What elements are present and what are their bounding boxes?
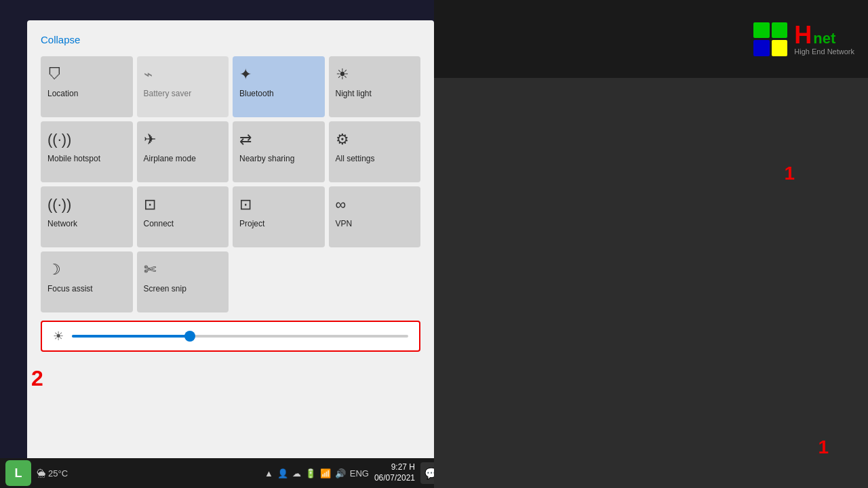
volume-icon[interactable]: 🔊 [335,468,346,479]
chevron-up-icon[interactable]: ▲ [264,468,273,479]
sq-yellow [772,40,788,56]
taskbar-time: 9:27 H 06/07/2021 [374,462,415,483]
location-icon: ⛉ [47,66,62,83]
tile-airplane-label: Airplane mode [144,154,196,163]
weather-temp: 25°C [48,468,68,479]
tile-location[interactable]: ⛉ Location [41,56,133,117]
tile-focus-assist-label: Focus assist [47,284,93,293]
collapse-button[interactable]: Collapse [41,34,420,45]
hnet-logo: H net High End Network [753,22,854,56]
sq-blue [753,40,770,56]
badge-2-left: 2 [31,366,43,391]
bluetooth-icon: ✦ [239,66,252,83]
hnet-subtitle: High End Network [794,47,854,56]
tile-night-light[interactable]: ☀ Night light [329,56,421,117]
tile-focus-assist[interactable]: ☽ Focus assist [41,251,133,312]
night-light-icon: ☀ [336,66,349,83]
tile-network-label: Network [47,219,77,228]
tile-connect-label: Connect [144,219,174,228]
project-icon: ⊡ [239,196,252,214]
cloud-icon: ☁ [292,468,301,479]
tile-nearby-sharing[interactable]: ⇄ Nearby sharing [233,121,325,182]
tile-battery-saver[interactable]: ⌁ Battery saver [137,56,229,117]
brightness-slider[interactable] [72,335,408,338]
badge-1-taskbar: 1 [818,436,829,458]
tile-screen-snip-label: Screen snip [144,284,186,293]
nearby-sharing-icon: ⇄ [239,131,252,148]
slider-thumb[interactable] [184,331,195,342]
focus-assist-icon: ☽ [47,261,61,279]
sq-green2 [772,22,788,39]
hnet-header: H net High End Network [434,0,868,78]
left-taskbar: L 🌦 25°C ▲ 👤 ☁ 🔋 📶 🔊 ENG 9:27 H 06/07/20… [0,458,448,488]
wifi-icon: 📶 [320,468,331,479]
tile-battery-label: Battery saver [144,89,192,98]
tile-vpn[interactable]: ∞ VPN [329,186,421,247]
lang-label: ENG [350,468,369,479]
time-display: 9:27 H [374,462,415,473]
screen-snip-icon: ✄ [144,261,156,279]
right-panel: H net High End Network Expand 2 ⬜ Tablet… [434,0,868,488]
hnet-text: H net High End Network [794,23,854,56]
brightness-icon: ☀ [53,329,64,344]
tile-project-label: Project [239,219,264,228]
tile-vpn-label: VPN [336,219,353,228]
brightness-row: ☀ [41,321,420,352]
sq-green [753,22,770,39]
tile-all-settings-label: All settings [336,154,375,163]
connect-icon: ⊡ [144,196,156,214]
tile-night-light-label: Night light [336,89,372,98]
hnet-net-text: net [813,30,835,47]
slider-fill [72,335,190,338]
tile-airplane-mode[interactable]: ✈ Airplane mode [137,121,229,182]
tile-screen-snip[interactable]: ✄ Screen snip [137,251,229,312]
all-settings-icon: ⚙ [336,131,349,148]
date-display: 06/07/2021 [374,473,415,484]
tile-mobile-hotspot[interactable]: ((·)) Mobile hotspot [41,121,133,182]
tile-connect[interactable]: ⊡ Connect [137,186,229,247]
tile-bluetooth[interactable]: ✦ Bluetooth [233,56,325,117]
tile-network[interactable]: ((·)) Network [41,186,133,247]
tile-nearby-sharing-label: Nearby sharing [239,154,294,163]
taskbar-system-icons: ▲ 👤 ☁ 🔋 📶 🔊 ENG [264,468,369,479]
hnet-squares-logo [753,22,787,56]
vpn-icon: ∞ [336,196,347,214]
people-icon[interactable]: 👤 [277,468,288,479]
battery-icon: ⌁ [144,66,153,83]
battery-icon: 🔋 [305,468,316,479]
left-quick-settings-panel: Collapse ⛉ Location ⌁ Battery saver ✦ Bl… [27,20,434,461]
tile-location-label: Location [47,89,78,98]
quick-tiles-grid: ⛉ Location ⌁ Battery saver ✦ Bluetooth ☀… [41,56,420,312]
network-icon: ((·)) [47,196,71,214]
tile-mobile-hotspot-label: Mobile hotspot [47,154,100,163]
tile-bluetooth-label: Bluetooth [239,89,274,98]
mobile-hotspot-icon: ((·)) [47,131,71,148]
tile-project[interactable]: ⊡ Project [233,186,325,247]
tile-all-settings[interactable]: ⚙ All settings [329,121,421,182]
airplane-icon: ✈ [144,131,156,148]
hnet-h-letter: H [794,23,812,47]
badge-1-right: 1 [784,163,795,184]
weather-icon: 🌦 [37,468,45,479]
line-app-icon[interactable]: L [5,460,31,486]
weather-widget: 🌦 25°C [37,468,68,479]
